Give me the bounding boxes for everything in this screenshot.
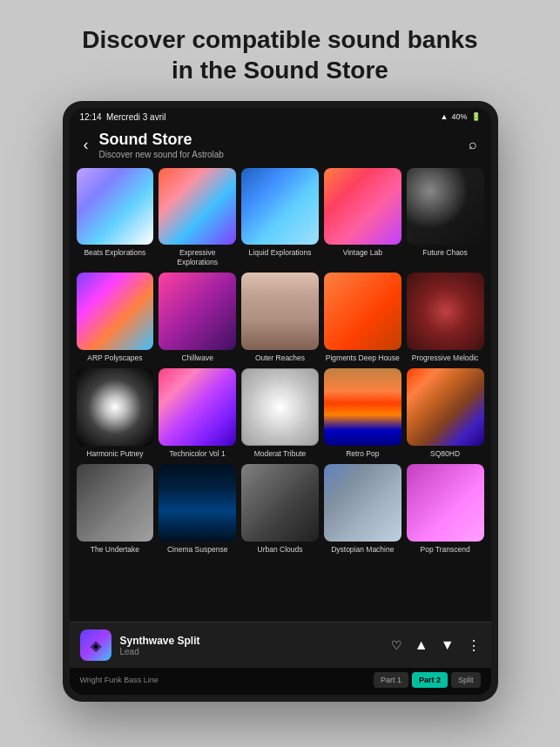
sound-thumb-beats: [77, 168, 154, 246]
sound-item-harmonic[interactable]: Harmonic Putney: [77, 368, 154, 459]
sound-thumb-outer: [241, 273, 319, 350]
sound-item-dystopian[interactable]: Dystopian Machine: [324, 464, 401, 555]
sound-item-technicolor[interactable]: Technicolor Vol 1: [159, 368, 236, 459]
sound-label-beats: Beats Explorations: [84, 248, 145, 258]
nav-title-area: Sound Store Discover new sound for Astro…: [92, 131, 465, 159]
sound-thumb-vintage: [324, 168, 401, 246]
sound-item-outer[interactable]: Outer Reaches: [241, 273, 319, 363]
sound-thumb-pigments: [324, 273, 401, 350]
sound-item-sq80[interactable]: SQ80HD: [407, 368, 484, 459]
sound-label-sq80: SQ80HD: [430, 449, 460, 459]
now-playing-bar: ◈ Synthwave Split Lead ♡ ▲ ▼ ⋮: [70, 622, 491, 668]
tablet-wrapper: 12:14 Mercredi 3 avril ▲ 40% 🔋 ‹ Sound S…: [63, 101, 498, 702]
sound-label-urban: Urban Clouds: [258, 545, 303, 555]
now-playing-info: Synthwave Split Lead: [120, 635, 382, 656]
sound-item-undertake[interactable]: The Undertake: [77, 464, 154, 555]
sound-label-retro: Retro Pop: [346, 449, 379, 459]
sound-label-cinema: Cinema Suspense: [167, 545, 227, 555]
nav-bar: ‹ Sound Store Discover new sound for Ast…: [70, 125, 491, 163]
sound-item-beats[interactable]: Beats Explorations: [77, 168, 154, 268]
more-button[interactable]: ⋮: [467, 637, 481, 654]
sound-label-harmonic: Harmonic Putney: [86, 449, 143, 459]
sound-thumb-urban: [241, 464, 319, 542]
sound-thumb-undertake: [77, 464, 154, 542]
nav-title: Sound Store: [99, 131, 465, 150]
status-right: ▲ 40% 🔋: [441, 112, 481, 121]
sound-thumb-progressive: [407, 273, 484, 350]
sound-label-progressive: Progressive Melodic: [412, 353, 479, 363]
status-time-date: 12:14 Mercredi 3 avril: [80, 112, 166, 122]
sound-item-retro[interactable]: Retro Pop: [324, 368, 401, 459]
sound-label-moderat: Moderat Tribute: [254, 449, 307, 459]
sound-item-chillwave[interactable]: Chillwave: [159, 273, 236, 363]
now-playing-title: Synthwave Split: [120, 635, 382, 647]
sound-item-future[interactable]: Future Chaos: [407, 168, 484, 268]
headline: Discover compatible sound banks in the S…: [82, 24, 477, 85]
battery-icon: 🔋: [471, 112, 481, 121]
now-playing-icon: ◈: [80, 629, 111, 661]
sound-item-urban[interactable]: Urban Clouds: [241, 464, 319, 555]
part1-button[interactable]: Part 1: [374, 672, 408, 688]
sound-thumb-dystopian: [324, 464, 401, 542]
sound-thumb-retro: [324, 368, 401, 446]
sound-label-future: Future Chaos: [422, 248, 468, 258]
tablet-screen: 12:14 Mercredi 3 avril ▲ 40% 🔋 ‹ Sound S…: [70, 108, 491, 695]
bottom-left-info: Wright Funk Bass Line: [80, 676, 159, 684]
sound-thumb-expressive: [159, 168, 236, 246]
down-button[interactable]: ▼: [441, 637, 455, 653]
sound-label-pigments: Pigments Deep House: [326, 353, 400, 363]
wifi-icon: ▲: [441, 112, 449, 121]
sound-thumb-technicolor: [159, 368, 236, 446]
up-button[interactable]: ▲: [415, 637, 428, 653]
now-playing-subtitle: Lead: [120, 647, 382, 656]
now-playing-controls: ♡ ▲ ▼ ⋮: [391, 637, 481, 654]
back-button[interactable]: ‹: [80, 132, 92, 158]
sound-label-undertake: The Undertake: [91, 545, 139, 555]
sound-thumb-cinema: [159, 464, 236, 542]
sound-label-technicolor: Technicolor Vol 1: [170, 449, 226, 459]
sound-label-arp: ARP Polyscapes: [87, 353, 142, 363]
sound-grid: Beats ExplorationsExpressive Exploration…: [77, 168, 484, 555]
page-header: Discover compatible sound banks in the S…: [30, 0, 530, 101]
sound-thumb-future: [407, 168, 484, 246]
sound-item-liquid[interactable]: Liquid Explorations: [241, 168, 319, 268]
sound-thumb-arp: [77, 273, 154, 350]
sound-thumb-harmonic: [77, 368, 154, 446]
sound-thumb-chillwave: [159, 273, 236, 350]
sound-label-dystopian: Dystopian Machine: [331, 545, 394, 555]
sound-item-pop[interactable]: Pop Transcend: [407, 464, 484, 555]
sound-item-expressive[interactable]: Expressive Explorations: [159, 168, 236, 268]
sound-item-vintage[interactable]: Vintage Lab: [324, 168, 401, 268]
sound-item-moderat[interactable]: Moderat Tribute: [241, 368, 319, 459]
sound-label-liquid: Liquid Explorations: [249, 248, 312, 258]
sound-thumb-liquid: [241, 168, 319, 246]
sound-item-cinema[interactable]: Cinema Suspense: [159, 464, 236, 555]
sound-label-vintage: Vintage Lab: [343, 248, 382, 258]
sound-thumb-moderat: [241, 368, 319, 446]
split-button[interactable]: Split: [451, 672, 481, 688]
sound-item-progressive[interactable]: Progressive Melodic: [407, 273, 484, 363]
heart-button[interactable]: ♡: [391, 638, 402, 652]
sound-thumb-pop: [407, 464, 484, 542]
bottom-bar: Wright Funk Bass Line Part 1 Part 2 Spli…: [70, 668, 491, 695]
search-button[interactable]: ⌕: [465, 133, 481, 156]
sound-label-chillwave: Chillwave: [182, 353, 213, 363]
sound-label-expressive: Expressive Explorations: [159, 248, 236, 267]
battery-text: 40%: [451, 112, 467, 121]
sound-thumb-sq80: [407, 368, 484, 446]
part2-button[interactable]: Part 2: [412, 672, 448, 688]
sound-item-pigments[interactable]: Pigments Deep House: [324, 273, 401, 363]
sound-label-outer: Outer Reaches: [255, 353, 305, 363]
bottom-parts: Part 1 Part 2 Split: [374, 672, 481, 688]
status-bar: 12:14 Mercredi 3 avril ▲ 40% 🔋: [70, 108, 491, 125]
sound-item-arp[interactable]: ARP Polyscapes: [77, 273, 154, 363]
nav-subtitle: Discover new sound for Astrolab: [99, 150, 465, 159]
grid-container[interactable]: Beats ExplorationsExpressive Exploration…: [70, 163, 491, 622]
sound-label-pop: Pop Transcend: [421, 545, 470, 555]
